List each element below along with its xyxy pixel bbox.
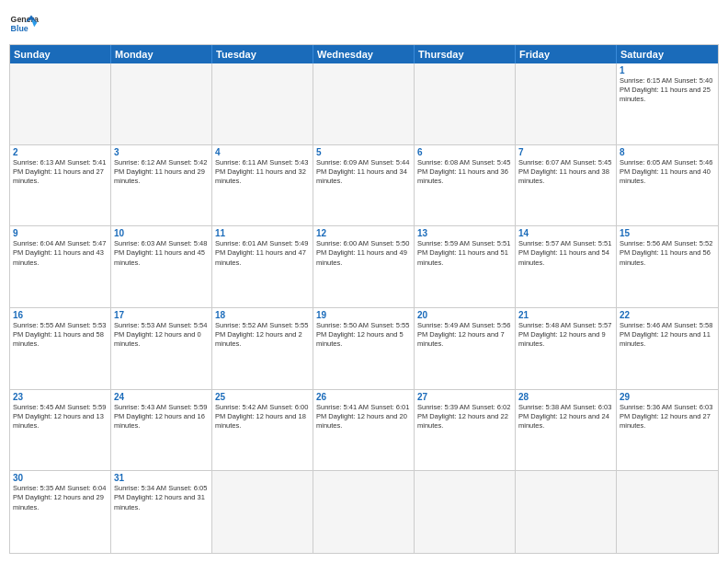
day-number: 1 [620,65,715,75]
day-number: 15 [620,228,715,238]
day-number: 18 [215,310,310,320]
cell-info: Sunrise: 6:08 AM Sunset: 5:45 PM Dayligh… [417,158,512,186]
calendar-cell [212,63,313,144]
cell-info: Sunrise: 6:07 AM Sunset: 5:45 PM Dayligh… [518,158,613,186]
calendar-cell: 11Sunrise: 6:01 AM Sunset: 5:49 PM Dayli… [212,226,313,307]
cell-info: Sunrise: 6:01 AM Sunset: 5:49 PM Dayligh… [215,239,310,267]
calendar-cell [415,63,516,144]
calendar-cell: 4Sunrise: 6:11 AM Sunset: 5:43 PM Daylig… [212,145,313,226]
calendar-cell [10,63,111,144]
calendar-row-4: 23Sunrise: 5:45 AM Sunset: 5:59 PM Dayli… [10,390,718,472]
cell-info: Sunrise: 5:53 AM Sunset: 5:54 PM Dayligh… [114,321,209,349]
calendar-cell: 24Sunrise: 5:43 AM Sunset: 5:59 PM Dayli… [111,390,212,471]
calendar-cell: 7Sunrise: 6:07 AM Sunset: 5:45 PM Daylig… [516,145,617,226]
cell-info: Sunrise: 6:15 AM Sunset: 5:40 PM Dayligh… [620,76,715,104]
day-number: 29 [620,392,715,402]
calendar-cell: 26Sunrise: 5:41 AM Sunset: 6:01 PM Dayli… [313,390,415,471]
calendar-cell [313,63,415,144]
svg-text:Blue: Blue [11,24,28,33]
cell-info: Sunrise: 5:59 AM Sunset: 5:51 PM Dayligh… [417,239,512,267]
logo: General Blue [9,9,39,39]
calendar-cell: 15Sunrise: 5:56 AM Sunset: 5:52 PM Dayli… [617,226,718,307]
day-number: 8 [620,147,715,157]
calendar-cell: 6Sunrise: 6:08 AM Sunset: 5:45 PM Daylig… [415,145,516,226]
calendar-cell: 31Sunrise: 5:34 AM Sunset: 6:05 PM Dayli… [111,471,212,553]
calendar-header: SundayMondayTuesdayWednesdayThursdayFrid… [10,45,718,63]
day-number: 24 [114,392,209,402]
weekday-header-sunday: Sunday [10,45,111,63]
calendar-cell [212,471,313,553]
day-number: 6 [417,147,512,157]
calendar-cell: 25Sunrise: 5:42 AM Sunset: 6:00 PM Dayli… [212,390,313,471]
day-number: 2 [13,147,108,157]
day-number: 7 [518,147,613,157]
cell-info: Sunrise: 6:04 AM Sunset: 5:47 PM Dayligh… [13,239,108,267]
calendar-body: 1Sunrise: 6:15 AM Sunset: 5:40 PM Daylig… [10,63,718,553]
calendar-row-1: 2Sunrise: 6:13 AM Sunset: 5:41 PM Daylig… [10,145,718,227]
cell-info: Sunrise: 5:55 AM Sunset: 5:53 PM Dayligh… [13,321,108,349]
day-number: 11 [215,228,310,238]
calendar-cell: 19Sunrise: 5:50 AM Sunset: 5:55 PM Dayli… [313,308,415,389]
calendar-cell: 28Sunrise: 5:38 AM Sunset: 6:03 PM Dayli… [516,390,617,471]
cell-info: Sunrise: 6:11 AM Sunset: 5:43 PM Dayligh… [215,158,310,186]
calendar: SundayMondayTuesdayWednesdayThursdayFrid… [9,44,719,554]
calendar-cell [516,471,617,553]
cell-info: Sunrise: 6:03 AM Sunset: 5:48 PM Dayligh… [114,239,209,267]
calendar-cell [313,471,415,553]
calendar-cell: 8Sunrise: 6:05 AM Sunset: 5:46 PM Daylig… [617,145,718,226]
calendar-cell: 1Sunrise: 6:15 AM Sunset: 5:40 PM Daylig… [617,63,718,144]
cell-info: Sunrise: 6:13 AM Sunset: 5:41 PM Dayligh… [13,158,108,186]
calendar-cell: 14Sunrise: 5:57 AM Sunset: 5:51 PM Dayli… [516,226,617,307]
cell-info: Sunrise: 5:41 AM Sunset: 6:01 PM Dayligh… [316,403,411,431]
calendar-cell: 3Sunrise: 6:12 AM Sunset: 5:42 PM Daylig… [111,145,212,226]
day-number: 21 [518,310,613,320]
calendar-row-3: 16Sunrise: 5:55 AM Sunset: 5:53 PM Dayli… [10,308,718,390]
day-number: 30 [13,473,108,483]
calendar-cell: 17Sunrise: 5:53 AM Sunset: 5:54 PM Dayli… [111,308,212,389]
calendar-cell: 22Sunrise: 5:46 AM Sunset: 5:58 PM Dayli… [617,308,718,389]
calendar-cell: 9Sunrise: 6:04 AM Sunset: 5:47 PM Daylig… [10,226,111,307]
calendar-cell [516,63,617,144]
day-number: 27 [417,392,512,402]
header: General Blue [9,9,719,39]
cell-info: Sunrise: 5:57 AM Sunset: 5:51 PM Dayligh… [518,239,613,267]
cell-info: Sunrise: 5:48 AM Sunset: 5:57 PM Dayligh… [518,321,613,349]
cell-info: Sunrise: 5:34 AM Sunset: 6:05 PM Dayligh… [114,484,209,511]
calendar-cell: 30Sunrise: 5:35 AM Sunset: 6:04 PM Dayli… [10,471,111,553]
weekday-header-thursday: Thursday [415,45,516,63]
day-number: 9 [13,228,108,238]
cell-info: Sunrise: 5:36 AM Sunset: 6:03 PM Dayligh… [620,403,715,431]
weekday-header-monday: Monday [111,45,212,63]
cell-info: Sunrise: 5:52 AM Sunset: 5:55 PM Dayligh… [215,321,310,349]
weekday-header-wednesday: Wednesday [313,45,415,63]
day-number: 12 [316,228,411,238]
calendar-cell: 5Sunrise: 6:09 AM Sunset: 5:44 PM Daylig… [313,145,415,226]
calendar-cell: 27Sunrise: 5:39 AM Sunset: 6:02 PM Dayli… [415,390,516,471]
day-number: 20 [417,310,512,320]
weekday-header-tuesday: Tuesday [212,45,313,63]
weekday-header-friday: Friday [516,45,617,63]
day-number: 5 [316,147,411,157]
cell-info: Sunrise: 6:12 AM Sunset: 5:42 PM Dayligh… [114,158,209,186]
calendar-cell [617,471,718,553]
day-number: 23 [13,392,108,402]
cell-info: Sunrise: 6:00 AM Sunset: 5:50 PM Dayligh… [316,239,411,267]
day-number: 28 [518,392,613,402]
cell-info: Sunrise: 5:43 AM Sunset: 5:59 PM Dayligh… [114,403,209,431]
calendar-cell: 29Sunrise: 5:36 AM Sunset: 6:03 PM Dayli… [617,390,718,471]
cell-info: Sunrise: 5:42 AM Sunset: 6:00 PM Dayligh… [215,403,310,431]
calendar-cell [111,63,212,144]
page: General Blue SundayMondayTuesdayWednesda… [0,0,728,563]
calendar-cell: 16Sunrise: 5:55 AM Sunset: 5:53 PM Dayli… [10,308,111,389]
calendar-row-0: 1Sunrise: 6:15 AM Sunset: 5:40 PM Daylig… [10,63,718,145]
day-number: 14 [518,228,613,238]
cell-info: Sunrise: 5:56 AM Sunset: 5:52 PM Dayligh… [620,239,715,267]
cell-info: Sunrise: 5:35 AM Sunset: 6:04 PM Dayligh… [13,484,108,511]
calendar-cell: 12Sunrise: 6:00 AM Sunset: 5:50 PM Dayli… [313,226,415,307]
calendar-cell: 13Sunrise: 5:59 AM Sunset: 5:51 PM Dayli… [415,226,516,307]
cell-info: Sunrise: 5:38 AM Sunset: 6:03 PM Dayligh… [518,403,613,431]
day-number: 19 [316,310,411,320]
calendar-row-5: 30Sunrise: 5:35 AM Sunset: 6:04 PM Dayli… [10,471,718,553]
cell-info: Sunrise: 5:50 AM Sunset: 5:55 PM Dayligh… [316,321,411,349]
day-number: 10 [114,228,209,238]
